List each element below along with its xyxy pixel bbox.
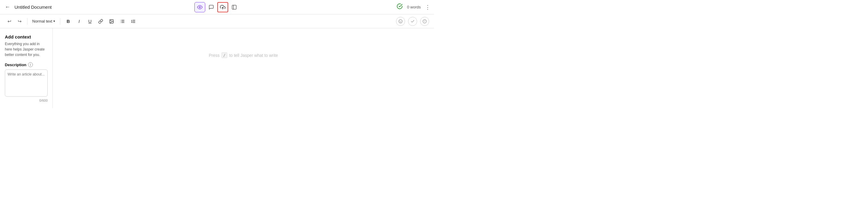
grammar-check-button[interactable] [396,17,405,26]
chevron-down-icon: ▾ [53,19,55,23]
back-button[interactable]: ← [4,3,11,11]
svg-rect-2 [232,5,236,9]
top-bar-center-icons [194,2,240,12]
sidebar-description: Everything you add in here helps Jasper … [5,41,48,58]
layout-icon-button[interactable] [229,2,240,12]
description-info-icon[interactable]: i [28,62,33,67]
svg-point-0 [199,6,201,8]
placeholder-post-text: to tell Jasper what to write [229,53,278,58]
top-bar: ← Untitled Document 0 words ⋮ [0,0,434,14]
placeholder-pre-text: Press [209,53,220,58]
description-label: Description i [5,62,48,67]
document-title: Untitled Document [14,4,52,10]
chat-icon-button[interactable] [206,2,217,12]
sidebar-title: Add context [5,34,48,39]
char-count: 0/600 [5,99,48,102]
description-textarea[interactable] [5,70,48,97]
editor-area[interactable]: Press / to tell Jasper what to write [53,28,434,108]
saved-check-icon [397,3,403,11]
underline-button[interactable]: U [85,17,95,26]
more-options-button[interactable]: ⋮ [425,4,430,10]
format-bar: ↩ ↪ Normal text ▾ B I U [0,14,434,28]
slash-shortcut: / [221,52,227,58]
sidebar: Add context Everything you add in here h… [0,28,53,108]
format-bar-right-icons [396,17,429,26]
editor-placeholder: Press / to tell Jasper what to write [209,52,278,58]
image-button[interactable] [107,17,116,26]
undo-button[interactable]: ↩ [5,17,14,26]
top-bar-right: 0 words ⋮ [397,3,430,11]
word-count: 0 words [407,5,421,9]
redo-button[interactable]: ↪ [15,17,24,26]
svg-point-15 [399,20,402,23]
separator-1 [27,18,27,25]
preview-icon-button[interactable] [194,2,205,12]
separator-2 [60,18,60,25]
text-style-label: Normal text [32,19,52,24]
unordered-list-button[interactable] [118,17,127,26]
link-button[interactable] [96,17,105,26]
main-area: Add context Everything you add in here h… [0,28,434,108]
bold-button[interactable]: B [63,17,73,26]
text-style-dropdown[interactable]: Normal text ▾ [30,18,57,25]
info-button[interactable] [420,17,429,26]
svg-point-5 [111,20,111,21]
spellcheck-button[interactable] [408,17,417,26]
upload-icon-button[interactable] [217,2,228,12]
italic-button[interactable]: I [74,17,84,26]
ordered-list-button[interactable] [128,17,138,26]
